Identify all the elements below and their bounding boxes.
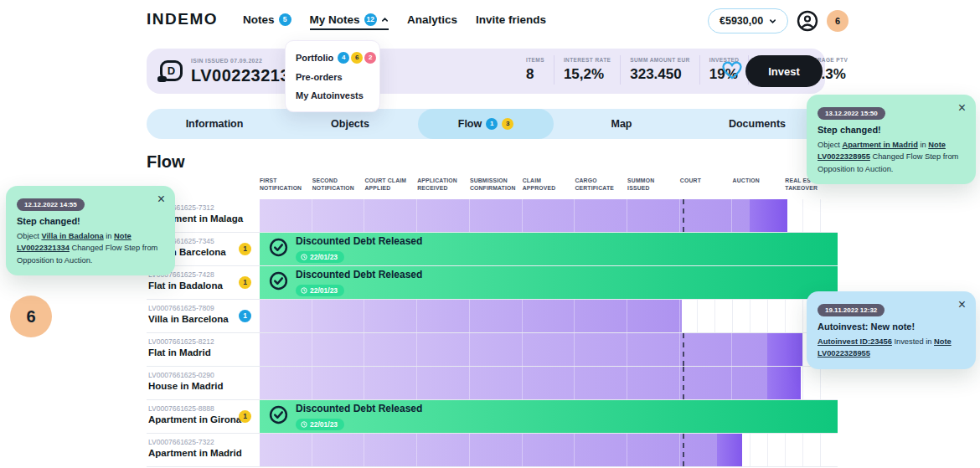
tab-count-badge: 1 xyxy=(486,118,498,130)
flow-released-bar: Discounted Debt Released22/01/23 xyxy=(260,233,838,265)
nav-items: Notes5My Notes12AnalyticsInvite friends xyxy=(243,13,546,26)
toast-body: Object Villa in Badalona in Note LV00223… xyxy=(17,230,164,266)
row-count-badge: 1 xyxy=(239,310,251,322)
invest-button[interactable]: Invest xyxy=(745,55,823,87)
nav-count-badge: 5 xyxy=(279,13,291,26)
toast-link[interactable]: Villa in Badalona xyxy=(41,232,103,240)
chevron-down-icon xyxy=(769,18,776,25)
stat-interest-rate: INTEREST RATE15,2% xyxy=(554,55,620,85)
stat-items: ITEMS8 xyxy=(517,55,554,85)
toast-right: 19.11.2022 12:32×Autoinvest: New note!Au… xyxy=(807,291,976,369)
nav-item-label: Notes xyxy=(243,13,275,26)
released-status-label: Discounted Debt Released xyxy=(296,235,422,247)
stat-label: INTEREST RATE xyxy=(564,57,611,63)
toast-title: Autoinvest: New note! xyxy=(818,321,965,332)
tab-label: Documents xyxy=(729,118,786,130)
row-flow-track xyxy=(260,367,838,399)
tab-documents[interactable]: Documents xyxy=(689,109,825,139)
tab-map[interactable]: Map xyxy=(554,109,689,139)
logo[interactable]: INDEMO xyxy=(147,10,218,28)
row-label[interactable]: LV0007661625-7322Apartment in Madrid xyxy=(147,434,260,466)
flow-progress-bar xyxy=(260,333,802,366)
row-count-badge: 1 xyxy=(239,410,251,423)
column-header: COURT CLAIM APPLIED xyxy=(364,177,415,193)
table-row[interactable]: LV0007661625-7345Flat in Barcelona1Disco… xyxy=(147,233,838,266)
row-object-name: House in Madrid xyxy=(148,381,260,391)
column-header: CARGO CERTIFICATE xyxy=(575,177,625,193)
flow-table: FIRST NOTIFICATIONSECOND NOTIFICATIONCOU… xyxy=(147,176,838,468)
close-icon[interactable]: × xyxy=(157,193,165,206)
favorite-heart-icon[interactable] xyxy=(721,60,743,84)
tab-count-badge: 3 xyxy=(502,118,513,130)
note-logo-icon: D xyxy=(160,60,183,81)
flow-released-bar: Discounted Debt Released22/01/23 xyxy=(260,400,838,433)
table-row[interactable]: LV0007661625-0290House in Madrid xyxy=(147,367,838,400)
notification-count-badge[interactable]: 6 xyxy=(827,10,848,32)
table-row[interactable]: LV0007661625-7322Apartment in Madrid xyxy=(147,434,838,467)
tab-flow[interactable]: Flow13 xyxy=(418,109,554,139)
nav-item-notes[interactable]: Notes5 xyxy=(243,13,291,26)
top-nav: INDEMO Notes5My Notes12AnalyticsInvite f… xyxy=(147,10,546,28)
table-row[interactable]: LV0007661625-8888Apartment in Girona1Dis… xyxy=(147,400,838,434)
toast-timestamp: 19.11.2022 12:32 xyxy=(818,304,885,316)
released-texts: Discounted Debt Released22/01/23 xyxy=(296,235,422,264)
table-row[interactable]: LV0007661625-7428Flat in Badalona1Discou… xyxy=(147,266,838,300)
close-icon[interactable]: × xyxy=(958,298,966,311)
bar-dark-cap xyxy=(750,199,787,232)
my-notes-dropdown: Portfolio462Pre-ordersMy Autoinvests xyxy=(285,40,380,112)
profile-icon[interactable] xyxy=(797,10,818,32)
dropdown-count-badge: 2 xyxy=(364,52,376,64)
clock-icon xyxy=(301,421,307,428)
row-label[interactable]: LV0007661625-0290House in Madrid xyxy=(147,367,260,399)
flow-progress-bar xyxy=(260,434,742,466)
stat-summ-amount-eur: SUMM AMOUNT EUR323.450 xyxy=(620,55,699,85)
column-header: SECOND NOTIFICATION xyxy=(312,177,363,193)
tab-label: Map xyxy=(611,118,632,130)
flow-column-headers: FIRST NOTIFICATIONSECOND NOTIFICATIONCOU… xyxy=(260,177,838,199)
dropdown-item-label: My Autoinvests xyxy=(296,90,364,100)
table-row[interactable]: LV0007661625-8212Flat in Madrid xyxy=(147,333,838,367)
check-circle-icon xyxy=(269,405,288,424)
column-header: CLAIM APPROVED xyxy=(523,177,573,193)
row-label[interactable]: LV0007661625-8212Flat in Madrid xyxy=(147,333,260,366)
toast-body: Autoinvest ID:23456 Invested in Note LV0… xyxy=(818,336,965,360)
row-label[interactable]: LV0007661625-8888Apartment in Girona1 xyxy=(147,400,260,433)
dropdown-item-my-autoinvests[interactable]: My Autoinvests xyxy=(286,86,379,105)
close-icon[interactable]: × xyxy=(958,101,966,115)
toast-left: 12.12.2022 14:55×Step changed!Object Vil… xyxy=(6,186,175,275)
row-note-id: LV0007661625-7322 xyxy=(148,438,260,446)
dropdown-item-pre-orders[interactable]: Pre-orders xyxy=(286,68,379,86)
row-object-name: Apartment in Madrid xyxy=(148,448,260,458)
tab-label: Objects xyxy=(331,118,369,130)
toast-link[interactable]: Apartment in Madrid xyxy=(842,141,917,149)
stat-value: 8 xyxy=(526,66,544,83)
released-date: 22/01/23 xyxy=(310,286,338,295)
table-row[interactable]: LV0007661625-7809Villa in Barcelona1 xyxy=(147,300,838,333)
dropdown-item-label: Pre-orders xyxy=(296,72,343,82)
nav-item-invite-friends[interactable]: Invite friends xyxy=(476,13,546,26)
row-note-id: LV0007661625-8212 xyxy=(148,337,260,346)
dropdown-item-label: Portfolio xyxy=(296,53,333,63)
bar-column-separators xyxy=(260,199,787,232)
bar-dark-cap xyxy=(767,333,802,366)
row-flow-track xyxy=(260,199,838,232)
bar-dashed-marker xyxy=(683,434,684,466)
wallet-balance-button[interactable]: €5930,00 xyxy=(708,8,788,33)
row-label[interactable]: LV0007661625-7809Villa in Barcelona1 xyxy=(147,300,260,332)
toast-body: Object Apartment in Madrid in Note LV002… xyxy=(818,139,965,175)
dropdown-item-portfolio[interactable]: Portfolio462 xyxy=(286,48,379,68)
page-title: Flow xyxy=(147,152,185,172)
nav-item-analytics[interactable]: Analytics xyxy=(407,13,457,26)
toast-text: Invested in xyxy=(892,337,934,346)
row-flow-track xyxy=(260,434,838,466)
bar-column-separators xyxy=(260,300,682,332)
toast-link[interactable]: Autoinvest ID:23456 xyxy=(818,337,892,346)
flow-progress-bar xyxy=(260,367,801,399)
tab-information[interactable]: Information xyxy=(147,109,282,139)
table-row[interactable]: LV0007661625-7312Apartment in Malaga xyxy=(147,199,838,233)
notifications-fab[interactable]: 6 xyxy=(10,296,52,337)
tab-objects[interactable]: Objects xyxy=(282,109,418,139)
row-flow-track xyxy=(260,333,838,366)
row-flow-track: Discounted Debt Released22/01/23 xyxy=(260,233,838,265)
nav-item-my-notes[interactable]: My Notes12 xyxy=(310,13,389,30)
